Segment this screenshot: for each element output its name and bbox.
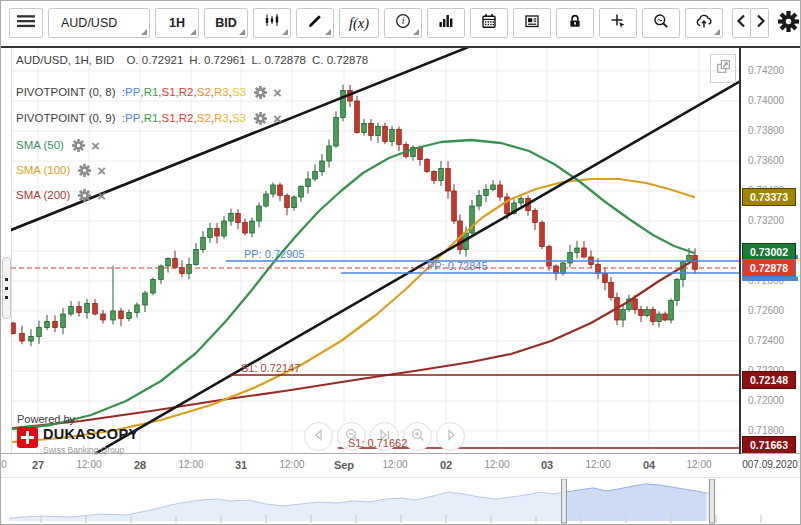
indicator-remove-icon[interactable]: × [91,138,100,153]
pivot-level-label: R3 [214,86,229,98]
menu-button[interactable] [9,8,43,38]
chevron-right-icon [753,13,767,33]
pivot-level-label: PP [125,86,140,98]
previous-button[interactable] [732,8,751,38]
pivot-level-label: S2 [197,112,211,124]
lock-icon [567,13,583,33]
pivot-axis-marker [742,277,798,281]
pivot-s1-label: S1: 0.71662 [348,437,407,449]
vertical-scroll-grip[interactable] [2,257,11,319]
cloud-save-button[interactable] [685,8,723,38]
pivot-level-label: S2 [197,86,211,98]
price-tick-label: 0.71800 [748,425,784,436]
arrow-left-icon [311,427,327,447]
candles-icon [264,13,280,33]
indicator-settings-icon[interactable] [254,86,267,99]
price-side-select[interactable]: BID [204,8,248,38]
indicator-name: PIVOTPOINT (0, 9) [16,112,115,124]
indicator-remove-icon[interactable]: × [273,111,282,126]
price-tick-label: 0.72400 [748,335,784,346]
ohlc-high: H. 0.72961 [189,54,245,66]
navigator-handle[interactable] [562,479,567,523]
indicator-settings-icon[interactable] [78,164,91,177]
calendar-button[interactable] [470,8,508,38]
draw-tools-button[interactable] [296,8,334,38]
price-tick-label: 0.72000 [748,395,784,406]
zoom-search-button[interactable] [642,8,680,38]
indicator-settings-icon[interactable] [72,139,85,152]
calendar-icon [481,13,497,33]
zoom-in-icon [410,427,426,447]
time-tick-label: 12:00 [279,459,304,470]
price-tick-label: 0.74200 [748,65,784,76]
time-tick-label: 12:00 [585,459,610,470]
price-tick-label: 0.72600 [748,305,784,316]
step-back-button[interactable] [304,422,333,451]
time-tick-label: 04 [643,459,655,471]
svg-text:i: i [402,16,405,26]
chart-type-button[interactable] [253,8,291,38]
time-tick-label: 31 [235,459,247,471]
histogram-icon [438,13,454,33]
zoom-in-button[interactable] [403,422,432,451]
dukascopy-logo [17,427,38,448]
history-nav-group [732,8,769,38]
indicator-remove-icon[interactable]: × [273,85,282,100]
time-tick-label: 28 [134,459,146,471]
info-button[interactable]: i [384,8,422,38]
crosshair-icon [610,13,626,33]
indicator-remove-icon[interactable]: × [97,163,106,178]
indicator-settings-icon[interactable] [78,189,91,202]
grip-dot [5,296,8,299]
ohlc-open: O. 0.72921 [126,54,183,66]
svg-text:PP: 0.72905: PP: 0.72905 [244,248,305,260]
pivot-level-label: R2 [179,112,194,124]
detach-chart-button[interactable] [710,54,736,83]
lock-button[interactable] [556,8,594,38]
indicator-settings-icon[interactable] [254,112,267,125]
next-button[interactable] [750,8,769,38]
powered-by-text: Powered by [17,413,138,425]
pivot-level-label: S3 [232,112,246,124]
price-axis[interactable]: 0.742000.740000.738000.736000.734000.732… [741,47,801,453]
price-tick-label: 0.73800 [748,125,784,136]
instrument-select[interactable]: AUD/USD [48,8,150,38]
time-tick-label: Sep [334,459,354,471]
pivot-level-label: S1 [162,86,176,98]
branding: Powered by DUKASCOPY Swiss Banking Group [17,413,138,455]
pivot-level-label: S1 [162,112,176,124]
indicator-name: SMA (100) [16,164,70,176]
price-side-label: BID [215,16,237,30]
chart-top-separator [1,46,801,48]
ohlc-readout: AUD/USD, 1H, BIDO. 0.72921H. 0.72961L. 0… [16,54,374,66]
hamburger-icon [16,13,36,33]
price-level-chip: 0.72148 [742,371,796,389]
pivot-level-label: R3 [214,112,229,124]
chevron-left-icon [735,13,749,33]
timeframe-select[interactable]: 1H [155,8,199,38]
pencil-icon [307,13,323,33]
settings-button[interactable] [774,8,801,38]
pivot-level-label: R1 [144,112,159,124]
timeframe-label: 1H [169,16,185,30]
step-forward-button[interactable] [436,422,465,451]
ohlc-instrument: AUD/USD, 1H, BID [16,54,114,66]
price-tick-label: 0.73600 [748,155,784,166]
chart-navigator[interactable] [1,479,801,524]
crosshair-button[interactable] [599,8,637,38]
navigator-handle[interactable] [710,479,715,523]
indicator-row: SMA (200)× [16,184,106,206]
indicator-remove-icon[interactable]: × [97,188,106,203]
histogram-button[interactable] [427,8,465,38]
time-tick-label: 12:00 [178,459,203,470]
ohlc-close: C. 0.72878 [312,54,368,66]
functions-button[interactable]: f(x) [339,8,379,38]
indicator-name: PIVOTPOINT (0, 8) [16,86,115,98]
indicator-row: SMA (50)× [16,134,100,156]
magnifier-icon [653,13,669,33]
time-axis[interactable]: 02712:002812:003112:00Sep12:000212:00031… [1,453,801,477]
pivot-level-label: R1 [144,86,159,98]
brand-tagline: Swiss Banking Group [43,445,138,455]
pivot-level-label: S3 [232,86,246,98]
news-button[interactable] [513,8,551,38]
